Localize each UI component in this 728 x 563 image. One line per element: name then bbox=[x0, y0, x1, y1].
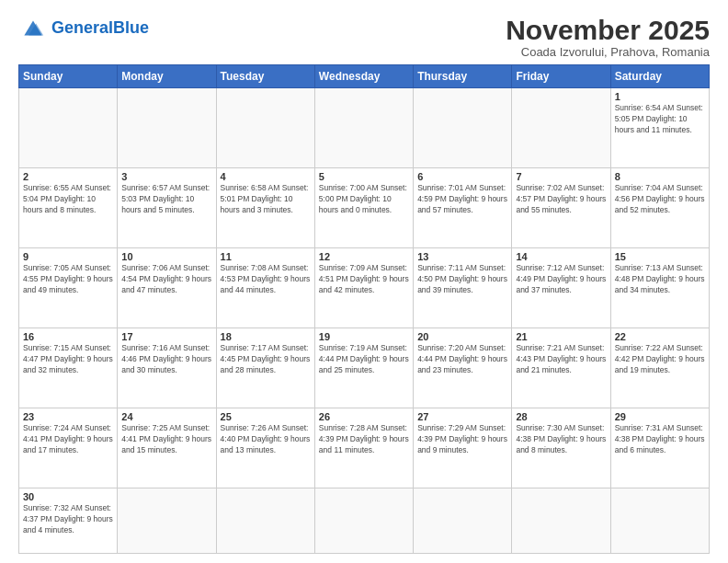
table-row: 17Sunrise: 7:16 AM Sunset: 4:46 PM Dayli… bbox=[118, 328, 216, 408]
logo-text: GeneralBlue bbox=[51, 19, 149, 36]
table-row: 10Sunrise: 7:06 AM Sunset: 4:54 PM Dayli… bbox=[118, 248, 216, 328]
day-number: 15 bbox=[615, 251, 705, 262]
table-row: 19Sunrise: 7:19 AM Sunset: 4:44 PM Dayli… bbox=[314, 328, 413, 408]
day-number: 10 bbox=[121, 251, 211, 262]
day-info: Sunrise: 7:13 AM Sunset: 4:48 PM Dayligh… bbox=[615, 263, 705, 296]
day-number: 25 bbox=[221, 411, 311, 422]
table-row bbox=[512, 488, 610, 554]
day-info: Sunrise: 7:12 AM Sunset: 4:49 PM Dayligh… bbox=[516, 263, 606, 296]
table-row: 29Sunrise: 7:31 AM Sunset: 4:38 PM Dayli… bbox=[610, 408, 709, 488]
table-row bbox=[216, 488, 314, 554]
day-info: Sunrise: 7:29 AM Sunset: 4:39 PM Dayligh… bbox=[417, 423, 507, 456]
table-row: 12Sunrise: 7:09 AM Sunset: 4:51 PM Dayli… bbox=[314, 248, 413, 328]
table-row: 11Sunrise: 7:08 AM Sunset: 4:53 PM Dayli… bbox=[216, 248, 314, 328]
day-info: Sunrise: 7:25 AM Sunset: 4:41 PM Dayligh… bbox=[121, 423, 211, 456]
day-number: 29 bbox=[615, 411, 705, 422]
calendar-table: Sunday Monday Tuesday Wednesday Thursday… bbox=[18, 64, 710, 554]
table-row: 21Sunrise: 7:21 AM Sunset: 4:43 PM Dayli… bbox=[512, 328, 610, 408]
day-info: Sunrise: 7:17 AM Sunset: 4:45 PM Dayligh… bbox=[221, 343, 311, 376]
table-row: 7Sunrise: 7:02 AM Sunset: 4:57 PM Daylig… bbox=[512, 168, 610, 248]
day-info: Sunrise: 7:28 AM Sunset: 4:39 PM Dayligh… bbox=[319, 423, 409, 456]
table-row bbox=[314, 88, 413, 168]
col-wednesday: Wednesday bbox=[314, 65, 413, 88]
day-number: 20 bbox=[417, 331, 507, 342]
table-row: 27Sunrise: 7:29 AM Sunset: 4:39 PM Dayli… bbox=[414, 408, 512, 488]
day-info: Sunrise: 6:54 AM Sunset: 5:05 PM Dayligh… bbox=[615, 103, 705, 136]
col-tuesday: Tuesday bbox=[216, 65, 314, 88]
day-number: 11 bbox=[221, 251, 311, 262]
day-number: 3 bbox=[121, 171, 211, 182]
table-row bbox=[610, 488, 709, 554]
day-info: Sunrise: 7:19 AM Sunset: 4:44 PM Dayligh… bbox=[319, 343, 409, 376]
day-number: 7 bbox=[516, 171, 606, 182]
day-info: Sunrise: 7:24 AM Sunset: 4:41 PM Dayligh… bbox=[23, 423, 113, 456]
day-info: Sunrise: 7:32 AM Sunset: 4:37 PM Dayligh… bbox=[23, 503, 113, 536]
table-row bbox=[118, 88, 216, 168]
table-row bbox=[414, 88, 512, 168]
day-info: Sunrise: 6:57 AM Sunset: 5:03 PM Dayligh… bbox=[121, 183, 211, 216]
title-block: November 2025 Coada Izvorului, Prahova, … bbox=[506, 15, 710, 59]
day-info: Sunrise: 7:11 AM Sunset: 4:50 PM Dayligh… bbox=[417, 263, 507, 296]
day-number: 26 bbox=[319, 411, 409, 422]
day-number: 19 bbox=[319, 331, 409, 342]
day-number: 1 bbox=[615, 91, 705, 102]
day-info: Sunrise: 7:06 AM Sunset: 4:54 PM Dayligh… bbox=[121, 263, 211, 296]
table-row bbox=[512, 88, 610, 168]
day-number: 8 bbox=[615, 171, 705, 182]
day-info: Sunrise: 7:04 AM Sunset: 4:56 PM Dayligh… bbox=[615, 183, 705, 216]
day-info: Sunrise: 7:30 AM Sunset: 4:38 PM Dayligh… bbox=[516, 423, 606, 456]
day-number: 5 bbox=[319, 171, 409, 182]
table-row bbox=[314, 488, 413, 554]
table-row: 30Sunrise: 7:32 AM Sunset: 4:37 PM Dayli… bbox=[19, 488, 118, 554]
day-info: Sunrise: 7:01 AM Sunset: 4:59 PM Dayligh… bbox=[417, 183, 507, 216]
table-row: 20Sunrise: 7:20 AM Sunset: 4:44 PM Dayli… bbox=[414, 328, 512, 408]
page: GeneralBlue November 2025 Coada Izvorulu… bbox=[0, 0, 728, 563]
day-number: 4 bbox=[221, 171, 311, 182]
table-row: 15Sunrise: 7:13 AM Sunset: 4:48 PM Dayli… bbox=[610, 248, 709, 328]
table-row: 5Sunrise: 7:00 AM Sunset: 5:00 PM Daylig… bbox=[314, 168, 413, 248]
table-row: 8Sunrise: 7:04 AM Sunset: 4:56 PM Daylig… bbox=[610, 168, 709, 248]
col-thursday: Thursday bbox=[414, 65, 512, 88]
day-info: Sunrise: 6:55 AM Sunset: 5:04 PM Dayligh… bbox=[23, 183, 113, 216]
day-number: 24 bbox=[121, 411, 211, 422]
table-row bbox=[216, 88, 314, 168]
table-row bbox=[19, 88, 118, 168]
day-info: Sunrise: 7:20 AM Sunset: 4:44 PM Dayligh… bbox=[417, 343, 507, 376]
table-row: 3Sunrise: 6:57 AM Sunset: 5:03 PM Daylig… bbox=[118, 168, 216, 248]
logo-icon bbox=[18, 15, 48, 40]
day-info: Sunrise: 7:26 AM Sunset: 4:40 PM Dayligh… bbox=[221, 423, 311, 456]
table-row: 22Sunrise: 7:22 AM Sunset: 4:42 PM Dayli… bbox=[610, 328, 709, 408]
table-row: 6Sunrise: 7:01 AM Sunset: 4:59 PM Daylig… bbox=[414, 168, 512, 248]
logo-general: General bbox=[51, 18, 113, 37]
day-info: Sunrise: 7:00 AM Sunset: 5:00 PM Dayligh… bbox=[319, 183, 409, 216]
day-number: 28 bbox=[516, 411, 606, 422]
day-number: 13 bbox=[417, 251, 507, 262]
day-number: 2 bbox=[23, 171, 113, 182]
header: GeneralBlue November 2025 Coada Izvorulu… bbox=[18, 15, 710, 59]
col-monday: Monday bbox=[118, 65, 216, 88]
col-friday: Friday bbox=[512, 65, 610, 88]
table-row: 13Sunrise: 7:11 AM Sunset: 4:50 PM Dayli… bbox=[414, 248, 512, 328]
table-row: 23Sunrise: 7:24 AM Sunset: 4:41 PM Dayli… bbox=[19, 408, 118, 488]
table-row: 2Sunrise: 6:55 AM Sunset: 5:04 PM Daylig… bbox=[19, 168, 118, 248]
day-number: 16 bbox=[23, 331, 113, 342]
day-number: 12 bbox=[319, 251, 409, 262]
table-row: 26Sunrise: 7:28 AM Sunset: 4:39 PM Dayli… bbox=[314, 408, 413, 488]
day-info: Sunrise: 7:22 AM Sunset: 4:42 PM Dayligh… bbox=[615, 343, 705, 376]
day-number: 18 bbox=[221, 331, 311, 342]
day-number: 6 bbox=[417, 171, 507, 182]
day-number: 27 bbox=[417, 411, 507, 422]
day-info: Sunrise: 7:09 AM Sunset: 4:51 PM Dayligh… bbox=[319, 263, 409, 296]
day-info: Sunrise: 7:08 AM Sunset: 4:53 PM Dayligh… bbox=[221, 263, 311, 296]
day-number: 30 bbox=[23, 491, 113, 502]
day-number: 9 bbox=[23, 251, 113, 262]
table-row: 18Sunrise: 7:17 AM Sunset: 4:45 PM Dayli… bbox=[216, 328, 314, 408]
day-number: 21 bbox=[516, 331, 606, 342]
day-info: Sunrise: 7:16 AM Sunset: 4:46 PM Dayligh… bbox=[121, 343, 211, 376]
table-row: 24Sunrise: 7:25 AM Sunset: 4:41 PM Dayli… bbox=[118, 408, 216, 488]
day-info: Sunrise: 7:02 AM Sunset: 4:57 PM Dayligh… bbox=[516, 183, 606, 216]
table-row: 14Sunrise: 7:12 AM Sunset: 4:49 PM Dayli… bbox=[512, 248, 610, 328]
table-row bbox=[414, 488, 512, 554]
col-saturday: Saturday bbox=[610, 65, 709, 88]
table-row: 25Sunrise: 7:26 AM Sunset: 4:40 PM Dayli… bbox=[216, 408, 314, 488]
